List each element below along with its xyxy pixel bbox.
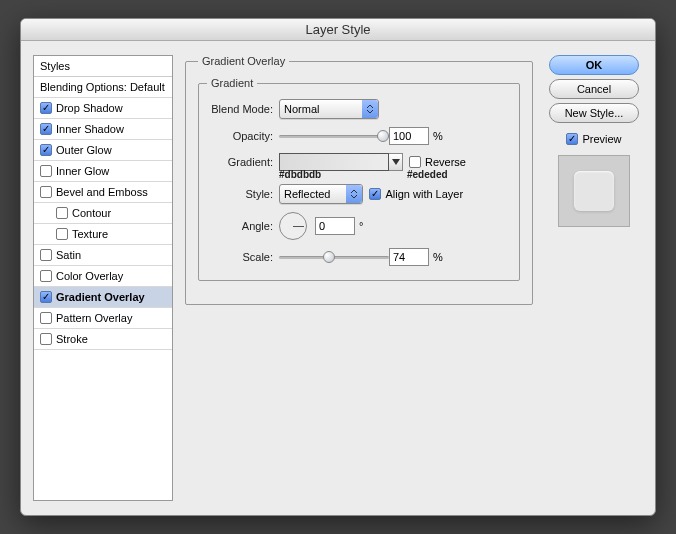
sidebar-item-inner-shadow[interactable]: ✓Inner Shadow <box>34 119 172 140</box>
sidebar-item-label: Texture <box>72 228 108 240</box>
sidebar-item-label: Outer Glow <box>56 144 112 156</box>
style-label: Style: <box>207 188 279 200</box>
angle-dial[interactable] <box>279 212 307 240</box>
gradient-hex-right: #ededed <box>407 169 448 180</box>
chevron-updown-icon <box>362 100 378 118</box>
reverse-label: Reverse <box>421 156 466 168</box>
blend-mode-dropdown[interactable]: Normal <box>279 99 379 119</box>
sidebar-item-label: Inner Shadow <box>56 123 124 135</box>
sidebar-item-label: Gradient Overlay <box>56 291 145 303</box>
sidebar-item-gradient-overlay[interactable]: ✓Gradient Overlay <box>34 287 172 308</box>
gradient-label: Gradient: <box>207 156 279 168</box>
blend-mode-label: Blend Mode: <box>207 103 279 115</box>
sidebar-item-texture[interactable]: Texture <box>34 224 172 245</box>
angle-input[interactable]: 0 <box>315 217 355 235</box>
gradient-overlay-group: Gradient Overlay Gradient Blend Mode: No… <box>185 55 533 305</box>
style-checkbox[interactable] <box>40 333 52 345</box>
scale-slider[interactable] <box>279 249 389 265</box>
style-checkbox[interactable] <box>40 249 52 261</box>
style-checkbox[interactable] <box>56 207 68 219</box>
sidebar-item-label: Satin <box>56 249 81 261</box>
style-checkbox[interactable]: ✓ <box>40 144 52 156</box>
blending-options-label: Blending Options: Default <box>40 81 165 93</box>
style-checkbox[interactable] <box>40 165 52 177</box>
sidebar-item-stroke[interactable]: Stroke <box>34 329 172 350</box>
align-with-layer-label: Align with Layer <box>381 188 463 200</box>
sidebar-item-label: Color Overlay <box>56 270 123 282</box>
style-checkbox[interactable] <box>56 228 68 240</box>
style-dropdown[interactable]: Reflected <box>279 184 363 204</box>
style-checkbox[interactable] <box>40 312 52 324</box>
gradient-group: Gradient Blend Mode: Normal Opacity: <box>198 77 520 281</box>
align-with-layer-checkbox[interactable]: ✓ <box>369 188 381 200</box>
style-checkbox[interactable]: ✓ <box>40 123 52 135</box>
right-column: OK Cancel New Style... ✓ Preview <box>545 55 643 501</box>
sidebar-item-drop-shadow[interactable]: ✓Drop Shadow <box>34 98 172 119</box>
sidebar-item-label: Drop Shadow <box>56 102 123 114</box>
opacity-slider[interactable] <box>279 128 389 144</box>
gradient-hex-left: #dbdbdb <box>279 169 339 180</box>
preview-label: Preview <box>582 133 621 145</box>
sidebar-item-pattern-overlay[interactable]: Pattern Overlay <box>34 308 172 329</box>
style-checkbox[interactable]: ✓ <box>40 291 52 303</box>
cancel-button[interactable]: Cancel <box>549 79 639 99</box>
sidebar-header[interactable]: Styles <box>34 56 172 77</box>
dialog-body: Styles Blending Options: Default ✓Drop S… <box>21 41 655 515</box>
preview-inner-icon <box>574 171 614 211</box>
panel-title: Gradient Overlay <box>198 55 289 67</box>
sidebar-item-label: Bevel and Emboss <box>56 186 148 198</box>
gradient-legend: Gradient <box>207 77 257 89</box>
style-checkbox[interactable] <box>40 270 52 282</box>
scale-label: Scale: <box>207 251 279 263</box>
blend-mode-value: Normal <box>284 103 319 115</box>
chevron-updown-icon <box>346 185 362 203</box>
sidebar-item-label: Contour <box>72 207 111 219</box>
layer-style-dialog: Layer Style Styles Blending Options: Def… <box>20 18 656 516</box>
style-checkbox[interactable] <box>40 186 52 198</box>
preview-checkbox[interactable]: ✓ <box>566 133 578 145</box>
sidebar-item-label: Inner Glow <box>56 165 109 177</box>
scale-unit: % <box>429 251 443 263</box>
angle-unit: ° <box>355 220 363 232</box>
opacity-label: Opacity: <box>207 130 279 142</box>
ok-button[interactable]: OK <box>549 55 639 75</box>
gradient-arrow-icon[interactable] <box>389 153 403 171</box>
reverse-checkbox[interactable] <box>409 156 421 168</box>
sidebar-item-contour[interactable]: Contour <box>34 203 172 224</box>
new-style-button[interactable]: New Style... <box>549 103 639 123</box>
sidebar-item-label: Pattern Overlay <box>56 312 132 324</box>
opacity-input[interactable]: 100 <box>389 127 429 145</box>
preview-swatch <box>558 155 630 227</box>
style-value: Reflected <box>284 188 330 200</box>
main-panel: Gradient Overlay Gradient Blend Mode: No… <box>185 55 533 501</box>
opacity-unit: % <box>429 130 443 142</box>
sidebar-item-color-overlay[interactable]: Color Overlay <box>34 266 172 287</box>
window-title: Layer Style <box>21 19 655 41</box>
sidebar-blending-options[interactable]: Blending Options: Default <box>34 77 172 98</box>
sidebar-item-label: Stroke <box>56 333 88 345</box>
sidebar-item-satin[interactable]: Satin <box>34 245 172 266</box>
styles-sidebar: Styles Blending Options: Default ✓Drop S… <box>33 55 173 501</box>
angle-label: Angle: <box>207 220 279 232</box>
sidebar-item-inner-glow[interactable]: Inner Glow <box>34 161 172 182</box>
style-checkbox[interactable]: ✓ <box>40 102 52 114</box>
scale-input[interactable]: 74 <box>389 248 429 266</box>
sidebar-item-bevel-and-emboss[interactable]: Bevel and Emboss <box>34 182 172 203</box>
sidebar-item-outer-glow[interactable]: ✓Outer Glow <box>34 140 172 161</box>
